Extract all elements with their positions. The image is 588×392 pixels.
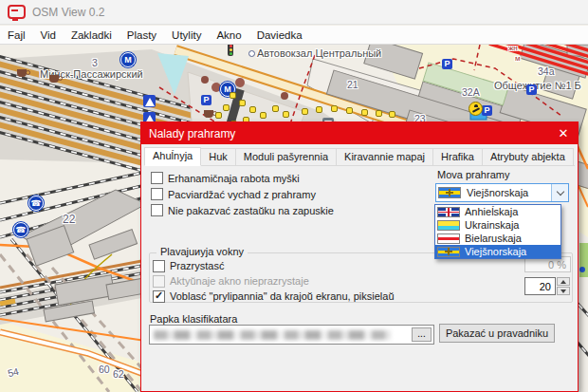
checkbox[interactable] [151, 188, 163, 200]
map-label: 62 [113, 368, 124, 380]
cafe-icon [204, 110, 213, 118]
menu-item-6[interactable]: Daviedka [249, 29, 310, 41]
menu-item-4[interactable]: Utylity [164, 29, 209, 41]
checkbox-label: Erhanamičnaja rabota myški [168, 173, 300, 184]
parking-icon: P [526, 84, 537, 95]
language-option[interactable]: Anhieĺskaja [435, 205, 560, 218]
checkbox[interactable] [153, 275, 165, 288]
map-label: 32А [462, 86, 480, 98]
map-label: 54 [7, 365, 20, 379]
by-flag-icon [437, 233, 460, 244]
busstop-icon [346, 107, 353, 114]
ua-flag-icon [437, 220, 460, 231]
busstop-icon [215, 112, 222, 119]
tab-2[interactable]: Moduli pašyrennia [235, 148, 337, 165]
language-option[interactable]: Ukrainskaja [435, 218, 560, 232]
map-label: Автовокзал Центральный [257, 47, 381, 59]
busstop-icon [376, 110, 382, 117]
map-label: Общежитие №1 Б [494, 80, 581, 91]
menu-item-5[interactable]: Akno [209, 29, 248, 41]
floating-windows-group-title: Plavajuиyja vokny [156, 246, 248, 257]
checkbox[interactable] [151, 204, 163, 216]
uk-flag-icon [437, 207, 460, 217]
snap-value-field[interactable]: 20 [524, 277, 556, 295]
close-icon[interactable]: ✕ [549, 122, 578, 144]
tab-0[interactable]: Ahuĺnyja [144, 147, 201, 166]
language-combo-value: Viejšnorskaja [467, 187, 528, 198]
traffic-light-icon [228, 45, 233, 56]
language-dropdown-list: AnhieĺskajaUkrainskajaBielaruskajaViejšn… [434, 204, 561, 259]
metro-icon: М [120, 52, 136, 67]
menu-item-1[interactable]: Vid [33, 29, 64, 41]
dialog-tabs: AhuĺnyjaHukModuli pašyrenniaKiravannie m… [144, 146, 575, 166]
busstop-icon [316, 106, 322, 113]
checkbox-label: Nie pakazvać zastaŭku na zapuskie [168, 205, 334, 216]
map-label: м [515, 54, 521, 63]
window-titlebar: OSM View 0.2 [0, 0, 588, 25]
snap-spinner: 20 [524, 277, 570, 295]
show-in-explorer-button[interactable]: Pakazać u pravadniku [439, 324, 555, 343]
map-label: 21 [347, 79, 358, 90]
crosswalk-icon [143, 95, 156, 107]
chevron-down-icon[interactable] [551, 184, 568, 201]
browse-button[interactable]: ... [412, 327, 432, 342]
language-option[interactable]: Viejšnorskaja [435, 245, 560, 258]
menu-item-3[interactable]: Plasty [119, 29, 164, 41]
phone-icon: ☎ [28, 196, 44, 211]
settings-dialog: Nalady prahramy ✕ AhuĺnyjaHukModuli pašy… [140, 121, 579, 392]
window-title: OSM View 0.2 [32, 6, 104, 19]
busstop-icon [249, 106, 256, 113]
parking-icon: P [482, 105, 492, 116]
checkbox-row: Nie pakazvać zastaŭku na zapuskie [151, 202, 334, 218]
tab-1[interactable]: Huk [200, 148, 236, 165]
tab-3[interactable]: Kiravannie mapaj [336, 148, 433, 165]
spin-down-button[interactable] [557, 287, 570, 295]
parking-icon: P [201, 95, 211, 105]
checkbox-row: Prazrystasć [153, 258, 395, 273]
app-logo-icon [8, 5, 26, 19]
tab-4[interactable]: Hrafika [432, 148, 483, 165]
checkbox[interactable] [151, 172, 163, 184]
busstop-icon [361, 109, 368, 116]
language-label: Mova prahramy [437, 169, 509, 180]
menu-item-2[interactable]: Zakladki [64, 29, 119, 41]
checkbox[interactable] [153, 290, 165, 303]
classifier-label: Papka klasifikatara [150, 313, 237, 325]
floating-windows-checkboxes: PrazrystasćAktyŭnaje akno nieprazrystaje… [153, 258, 395, 304]
checkbox-label: Prazrystasć [170, 260, 224, 271]
language-combo[interactable]: Viejšnorskaja [435, 183, 569, 202]
cafe-icon [17, 69, 27, 77]
spin-up-button[interactable] [557, 277, 570, 286]
language-option-label: Viejšnorskaja [465, 246, 526, 257]
checkbox[interactable] [153, 260, 165, 272]
checkbox-row: Aktyŭnaje akno nieprazrystaje [153, 273, 395, 289]
checkbox-row: Erhanamičnaja rabota myški [151, 170, 334, 186]
busstop-icon [302, 108, 308, 115]
language-option-label: Anhieĺskaja [465, 206, 518, 217]
busstop-icon [331, 105, 338, 112]
checkbox-row: Voblasć "prylipannia" da krajoŭ ekranu, … [153, 289, 395, 304]
parking-icon: P [442, 59, 452, 69]
busstop-icon [230, 92, 236, 99]
language-option[interactable]: Bielaruskaja [435, 232, 560, 245]
busstop-icon [239, 100, 246, 106]
dialog-title: Nalady prahramy [149, 127, 235, 140]
busstop-icon [260, 112, 266, 119]
checkbox-label: Aktyŭnaje akno nieprazrystaje [170, 275, 309, 287]
language-combo-flag [438, 187, 461, 198]
busstop-icon [223, 104, 230, 111]
menu-item-0[interactable]: Fajl [0, 29, 33, 41]
checkbox-label: Pacviardžać vychad z prahramy [168, 189, 316, 200]
general-checkboxes: Erhanamičnaja rabota myškiPacviardžać vy… [151, 170, 334, 218]
tab-5[interactable]: Atrybuty abjekta [482, 148, 574, 165]
cafe-icon [49, 75, 59, 83]
classifier-path-field[interactable]: ... [149, 325, 434, 345]
app-window: OSM View 0.2 FajlVidZakladkiPlastyUtylit… [0, 0, 588, 392]
checkbox-label: Voblasć "prylipannia" da krajoŭ ekranu, … [170, 290, 395, 302]
classifier-path-redacted [154, 330, 391, 340]
menu-bar: FajlVidZakladkiPlastyUtylityAknoDaviedka [0, 26, 588, 45]
dialog-titlebar[interactable]: Nalady prahramy [141, 122, 578, 144]
busstop-icon [389, 111, 395, 118]
vn-flag-icon [437, 247, 460, 257]
map-label: жн [508, 45, 518, 52]
